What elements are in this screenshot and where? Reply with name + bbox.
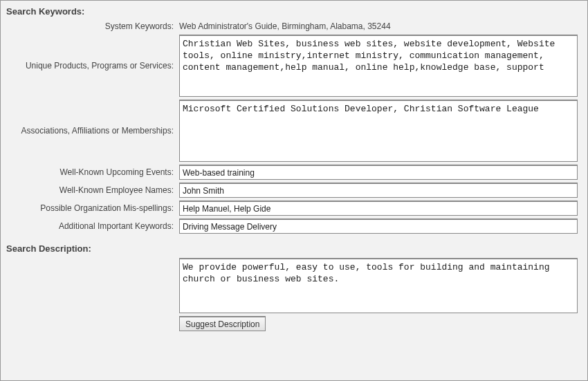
search-description-title: Search Description:: [6, 243, 582, 254]
row-misspellings: Possible Organization Mis-spellings:: [6, 201, 582, 216]
label-employee-names: Well-Known Employee Names:: [6, 185, 179, 196]
row-system-keywords: System Keywords: Web Administrator's Gui…: [6, 21, 582, 32]
row-description: [6, 258, 582, 313]
input-upcoming-events[interactable]: [179, 165, 578, 180]
row-suggest-button: Suggest Description: [6, 316, 582, 331]
label-upcoming-events: Well-Known Upcoming Events:: [6, 167, 179, 178]
input-description[interactable]: [179, 258, 578, 313]
input-associations[interactable]: [179, 100, 578, 162]
row-employee-names: Well-Known Employee Names:: [6, 183, 582, 198]
label-system-keywords: System Keywords:: [6, 21, 179, 32]
label-unique-products: Unique Products, Programs or Services:: [6, 60, 179, 71]
input-additional-keywords[interactable]: [179, 219, 578, 234]
row-unique-products: Unique Products, Programs or Services:: [6, 35, 582, 97]
search-settings-panel: Search Keywords: System Keywords: Web Ad…: [0, 0, 588, 381]
suggest-description-button[interactable]: Suggest Description: [179, 316, 266, 331]
search-keywords-title: Search Keywords:: [6, 6, 582, 17]
row-upcoming-events: Well-Known Upcoming Events:: [6, 165, 582, 180]
value-system-keywords: Web Administrator's Guide, Birmingham, A…: [179, 21, 391, 31]
row-associations: Associations, Affiliations or Membership…: [6, 100, 582, 162]
label-misspellings: Possible Organization Mis-spellings:: [6, 203, 179, 214]
input-misspellings[interactable]: [179, 201, 578, 216]
label-associations: Associations, Affiliations or Membership…: [6, 125, 179, 136]
input-employee-names[interactable]: [179, 183, 578, 198]
row-additional-keywords: Additional Important Keywords:: [6, 219, 582, 234]
input-unique-products[interactable]: [179, 35, 578, 97]
label-additional-keywords: Additional Important Keywords:: [6, 221, 179, 232]
